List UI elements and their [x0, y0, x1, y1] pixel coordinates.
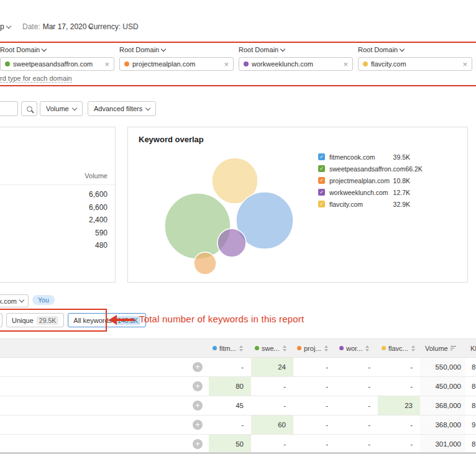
domain-input[interactable]: workweeklunch.com [239, 57, 353, 71]
position-cell: - [336, 435, 378, 453]
root-domain-dropdown[interactable]: Root Domain [239, 46, 353, 53]
sort-icon[interactable] [365, 345, 369, 352]
tab-partial[interactable] [0, 313, 2, 327]
table-row[interactable]: -60---368,000 9 [0, 415, 476, 435]
domain-column-header[interactable]: fitm... [209, 345, 251, 352]
expand-cell [186, 358, 209, 376]
domain-name: sweetpeasandsaffron.com [13, 60, 93, 68]
clear-domain-icon[interactable] [343, 60, 348, 68]
expand-plus-icon[interactable] [193, 362, 203, 372]
domain-column-header[interactable]: proj... [293, 345, 336, 352]
venn-circle [194, 252, 216, 275]
position-cell: - [293, 377, 336, 396]
expand-plus-icon[interactable] [193, 420, 203, 430]
domain-selector-column: Root Domain projectmealplan.com [119, 46, 234, 71]
position-cell: - [336, 415, 378, 434]
root-domain-label: Root Domain [0, 46, 40, 53]
position-cell: - [293, 396, 336, 415]
date-dropdown[interactable]: Date: Mar 17, 2020 [22, 22, 93, 31]
clear-domain-icon[interactable] [224, 60, 229, 68]
table-row[interactable]: 80----450,000 8 [0, 377, 476, 396]
domain-column-header[interactable]: swe... [251, 345, 293, 352]
search-button[interactable] [21, 101, 37, 116]
you-domain-dropdown[interactable]: ok.com [0, 294, 29, 307]
keyword-gap-screen: p Date: Mar 17, 2020 Currency: USD Root … [0, 0, 476, 454]
kd-header-label: KD [470, 345, 476, 352]
expand-plus-icon[interactable] [193, 439, 203, 449]
opportunity-row[interactable]: 2,400 [0, 214, 115, 227]
legend-checkbox[interactable] [318, 165, 325, 172]
position-cell: - [336, 358, 378, 376]
legend-checkbox[interactable] [318, 177, 325, 184]
opportunity-row[interactable]: 590 [0, 227, 115, 240]
volume-filter-button[interactable]: Volume [40, 101, 83, 116]
position-cell: - [209, 358, 251, 376]
domain-column-header[interactable]: flavc... [378, 345, 420, 352]
legend-row: workweeklunch.com 12.7K [318, 186, 410, 198]
chevron-down-icon [71, 105, 76, 110]
sort-icon[interactable] [324, 345, 328, 352]
legend-checkbox[interactable] [318, 201, 325, 207]
advanced-filters-button[interactable]: Advanced filters [88, 101, 156, 116]
opportunity-row[interactable]: 6,600 [0, 201, 115, 214]
domain-color-dot [124, 61, 129, 66]
expand-plus-icon[interactable] [193, 381, 203, 391]
sort-icon[interactable] [239, 345, 243, 352]
clear-domain-icon[interactable] [462, 60, 467, 68]
sort-icon[interactable] [411, 345, 415, 352]
table-row[interactable]: 50----301,000 8 [0, 435, 476, 454]
device-dropdown[interactable]: p [0, 22, 11, 31]
root-domain-dropdown[interactable]: Root Domain [0, 46, 114, 53]
domain-input[interactable]: projectmealplan.com [119, 57, 234, 71]
tab-all-keywords[interactable]: All keywords 140.3K [68, 313, 146, 327]
domain-color-dot [5, 61, 10, 66]
date-label: Date: [22, 22, 40, 31]
root-domain-dropdown[interactable]: Root Domain [358, 46, 472, 53]
expand-cell [186, 435, 209, 453]
opportunity-row[interactable]: 480 [0, 239, 115, 252]
annotation-text: Total number of keywords in this report [139, 314, 304, 324]
opportunity-row[interactable]: 6,600 [0, 188, 115, 201]
volume-cell: 301,000 [420, 435, 465, 453]
domain-column-header[interactable]: wor... [336, 345, 378, 352]
legend-row: flavcity.com 32.9K [318, 198, 410, 210]
overlap-legend: fitmencook.com 39.5K sweetpeasandsaffron… [318, 151, 410, 210]
advanced-filters-label: Advanced filters [94, 105, 142, 112]
tab-unique[interactable]: Unique 29.5K [6, 313, 64, 327]
opportunity-volume: 6,600 [89, 190, 108, 199]
legend-checkbox[interactable] [318, 189, 325, 196]
legend-count: 66.2K [405, 165, 422, 173]
opportunities-rows: 6,600 6,600 2,400 590 480 [0, 188, 115, 252]
legend-domain: sweetpeasandsaffron.com [329, 165, 405, 173]
position-cell: - [209, 415, 251, 434]
domain-color-dot [297, 346, 301, 350]
card-title: Keyword overlap [139, 135, 204, 144]
kd-cell: 8 [465, 377, 476, 396]
keyword-search-input[interactable] [0, 101, 18, 116]
position-cell: - [336, 396, 378, 415]
sort-icon[interactable] [283, 345, 286, 352]
top-opportunities-panel: Volume 6,600 6,600 2,400 590 480 [0, 127, 116, 283]
domain-input[interactable]: sweetpeasandsaffron.com [0, 57, 114, 71]
kd-cell: 8 [465, 358, 476, 376]
table-row[interactable]: 45---23368,000 8 [0, 396, 476, 415]
domain-selector-column: Root Domain sweetpeasandsaffron.com [0, 46, 114, 71]
root-domain-dropdown[interactable]: Root Domain [119, 46, 234, 53]
keyword-type-link[interactable]: rd type for each domain [0, 75, 72, 83]
legend-checkbox[interactable] [318, 153, 325, 160]
table-row[interactable]: -24---550,000 8 [0, 358, 476, 377]
opportunities-volume-header: Volume [85, 172, 108, 179]
domain-color-dot [213, 346, 217, 350]
date-value: Mar 17, 2020 [43, 22, 87, 31]
sort-descending-icon[interactable] [451, 346, 456, 351]
volume-header-label: Volume [425, 345, 448, 352]
keyword-cell [0, 377, 186, 396]
position-cell: - [378, 377, 420, 396]
volume-column-header[interactable]: Volume [420, 345, 465, 352]
clear-domain-icon[interactable] [104, 60, 109, 68]
expand-plus-icon[interactable] [193, 401, 203, 411]
chevron-down-icon [6, 23, 11, 28]
domain-input[interactable]: flavcity.com [358, 57, 472, 71]
position-cell: - [251, 435, 293, 453]
kd-column-header[interactable]: KD [465, 345, 476, 352]
